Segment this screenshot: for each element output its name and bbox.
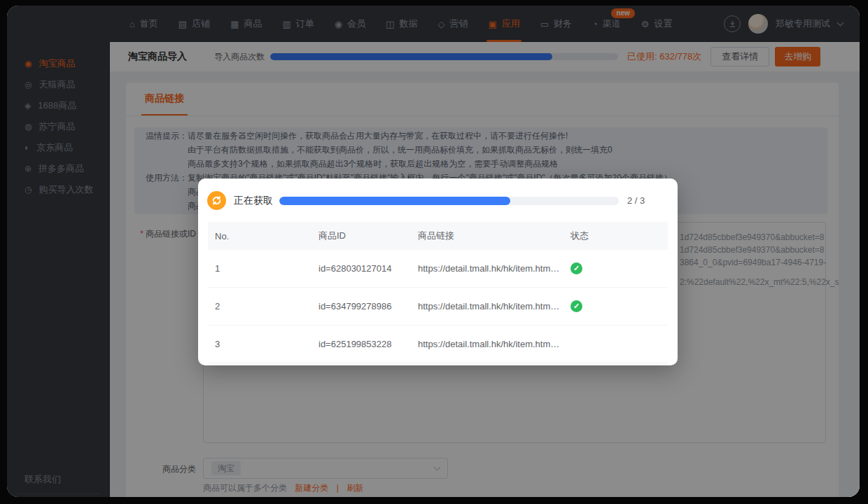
cell-product-link: https://detail.tmall.hk/hk/item.htm?sp..…	[411, 301, 564, 312]
status-success-icon: ✓	[570, 300, 582, 312]
sync-icon	[207, 191, 226, 210]
modal-header: 正在获取 2 / 3	[198, 178, 678, 210]
table-row: 2 id=634799278986 https://detail.tmall.h…	[208, 288, 668, 326]
status-success-icon: ✓	[570, 262, 582, 274]
cell-product-link: https://detail.tmall.hk/hk/item.htm?sp..…	[411, 263, 564, 274]
cell-no: 2	[208, 301, 312, 312]
table-row: 1 id=628030127014 https://detail.tmall.h…	[208, 250, 668, 288]
col-header-no: No.	[208, 231, 312, 241]
fetch-counter: 2 / 3	[627, 195, 645, 206]
col-header-product-id: 商品ID	[312, 230, 411, 242]
cell-no: 3	[208, 339, 312, 349]
cell-product-id: id=628030127014	[312, 263, 411, 274]
cell-no: 1	[208, 263, 312, 274]
app-window: ⌂ 首页 ▤ 店铺 ▦ 商品 ▥ 订单 ◉ 会员 ◫ 数据 ◇ 营销 ▣ 应用	[7, 6, 860, 497]
fetch-progress-modal: 正在获取 2 / 3 No. 商品ID 商品链接 状态 1 id=6280301…	[198, 178, 678, 365]
col-header-status: 状态	[564, 230, 668, 242]
cell-status: ✓	[564, 262, 668, 274]
table-header-row: No. 商品ID 商品链接 状态	[208, 222, 668, 250]
fetch-status-text: 正在获取	[234, 195, 273, 207]
cell-status: ✓	[564, 300, 668, 312]
fetch-progress-track	[279, 197, 619, 205]
table-row: 3 id=625199853228 https://detail.tmall.h…	[208, 326, 668, 363]
col-header-product-link: 商品链接	[411, 230, 564, 242]
fetch-progress-fill	[279, 197, 510, 205]
cell-product-link: https://detail.tmall.hk/hk/item.htm?sp..…	[411, 339, 564, 349]
cell-product-id: id=634799278986	[312, 301, 411, 312]
cell-product-id: id=625199853228	[312, 339, 411, 349]
fetch-result-table: No. 商品ID 商品链接 状态 1 id=628030127014 https…	[208, 222, 668, 363]
